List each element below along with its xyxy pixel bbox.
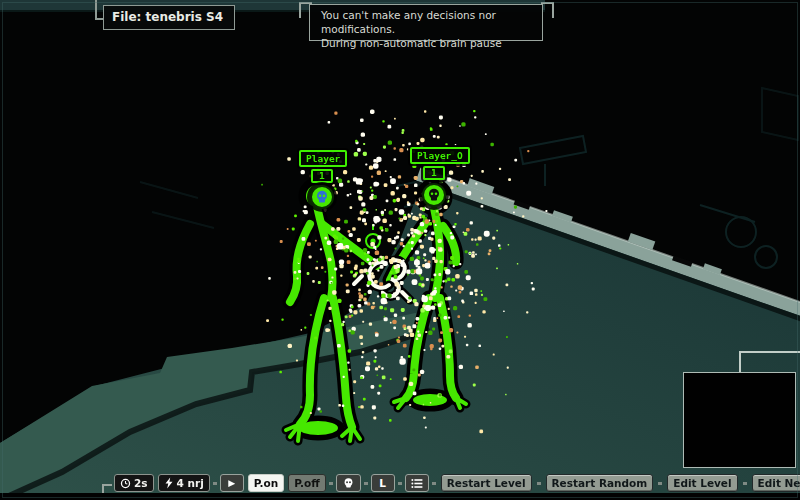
pause-on-button[interactable]: P.on xyxy=(248,474,284,492)
notification-line2: During non-automatic brain pause xyxy=(321,36,542,50)
unit-button[interactable] xyxy=(336,474,361,492)
separator-dash xyxy=(329,482,333,485)
separator-dash xyxy=(658,482,662,485)
file-label: File: tenebris S4 xyxy=(103,5,235,30)
notification-box: You can't make any decisions nor modific… xyxy=(309,4,543,41)
energy-button[interactable]: 4 nrj xyxy=(158,474,210,492)
separator-dash xyxy=(213,482,217,485)
l-button[interactable]: L xyxy=(371,474,395,492)
skull-icon xyxy=(314,189,330,205)
play-icon: ▶ xyxy=(228,479,235,488)
bottom-edge-bar xyxy=(0,493,800,500)
separator-dash xyxy=(432,482,436,485)
player1-unit-icon xyxy=(310,185,334,209)
edit-level-button[interactable]: Edit Level xyxy=(667,474,737,492)
player1-lives-badge: 1 xyxy=(311,169,333,183)
minimap-connector xyxy=(739,351,800,372)
player2-name-label: Player_O xyxy=(410,147,470,164)
restart-random-button[interactable]: Restart Random xyxy=(546,474,654,492)
player2-unit-icon xyxy=(422,183,446,207)
minimap-panel[interactable] xyxy=(683,372,796,468)
list-icon xyxy=(411,478,423,489)
lightning-icon xyxy=(164,477,174,489)
play-button[interactable]: ▶ xyxy=(220,474,244,492)
energy-label: 4 nrj xyxy=(177,477,204,489)
separator-dash xyxy=(398,482,402,485)
separator-dash xyxy=(743,482,747,485)
player1-name-label: Player xyxy=(299,150,347,167)
game-world[interactable] xyxy=(0,0,800,500)
toolbar: 2s 4 nrj ▶ P.on P.off L xyxy=(112,473,800,493)
game-viewport: File: tenebris S4 You can't make any dec… xyxy=(0,0,800,500)
skull-icon xyxy=(426,187,442,203)
separator-dash xyxy=(537,482,541,485)
list-button[interactable] xyxy=(405,474,429,492)
edit-new-seed-button[interactable]: Edit New Seed xyxy=(752,474,800,492)
pause-off-button[interactable]: P.off xyxy=(288,474,325,492)
timer-label: 2s xyxy=(134,477,148,489)
timer-button[interactable]: 2s xyxy=(114,474,154,492)
clock-icon xyxy=(120,478,131,489)
notification-line1: You can't make any decisions nor modific… xyxy=(321,8,542,36)
player2-lives-badge: 1 xyxy=(423,166,445,180)
separator-dash xyxy=(364,482,368,485)
restart-level-button[interactable]: Restart Level xyxy=(441,474,532,492)
skull-icon xyxy=(342,477,355,490)
